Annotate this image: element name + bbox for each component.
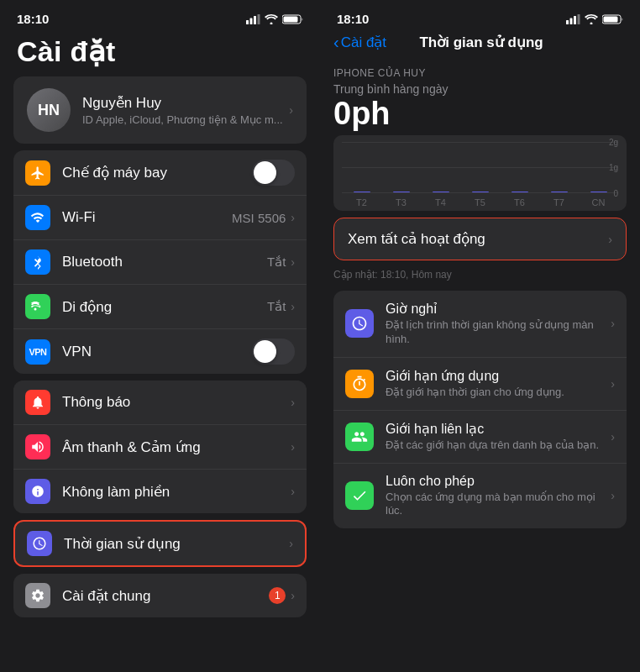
user-name: Nguyễn Huy — [82, 94, 283, 112]
downtime-chevron-icon: › — [611, 317, 615, 330]
airplane-label: Chế độ máy bay — [62, 164, 252, 181]
dnd-chevron-icon: › — [291, 485, 295, 498]
chart-label-2g: 2g — [609, 138, 618, 147]
chart-bar-thu — [472, 192, 489, 192]
general-chevron-icon: › — [291, 589, 295, 602]
chart-day-labels: T2 T3 T4 T5 T6 T7 CN — [342, 197, 618, 207]
always-allow-icon — [345, 481, 374, 510]
cellular-item[interactable]: Di động Tắt › — [13, 285, 307, 329]
general-settings-label: Cài đặt chung — [62, 587, 269, 605]
always-allow-text: Luôn cho phép Chọn các ứng dụng mà bạn m… — [386, 474, 611, 519]
always-allow-chevron-icon: › — [611, 489, 615, 502]
features-group: Giờ nghỉ Đặt lịch trình thời gian không … — [333, 291, 627, 528]
bluetooth-chevron-icon: › — [291, 255, 295, 269]
app-limit-item[interactable]: Giới hạn ứng dụng Đặt giới hạn thời gian… — [333, 358, 627, 411]
app-limit-chevron-icon: › — [611, 377, 615, 391]
bluetooth-item[interactable]: Bluetooth Tắt › — [13, 240, 307, 285]
view-all-chevron-icon: › — [608, 233, 612, 246]
sounds-item[interactable]: Âm thanh & Cảm ứng › — [13, 425, 307, 470]
sounds-chevron-icon: › — [291, 440, 295, 454]
app-limit-title: Giới hạn ứng dụng — [386, 368, 611, 384]
svg-rect-2 — [254, 16, 256, 24]
svg-rect-9 — [578, 14, 580, 24]
svg-rect-6 — [566, 20, 569, 24]
cellular-chevron-icon: › — [291, 300, 295, 313]
avatar: HN — [27, 88, 71, 132]
usage-chart: 2g 1g 0 T2 T3 T4 T5 T6 T7 CN — [333, 135, 627, 211]
svg-rect-11 — [604, 16, 618, 22]
left-panel: 18:10 Cài đặt HN — [0, 0, 320, 672]
downtime-subtitle: Đặt lịch trình thời gian không sử dụng m… — [386, 318, 611, 347]
contact-limit-item[interactable]: Giới hạn liên lạc Đặt các giới hạn dựa t… — [333, 411, 627, 464]
chart-bar-sun — [590, 192, 607, 192]
right-nav: ‹ Cài đặt Thời gian sử dụng — [320, 29, 640, 60]
back-button[interactable]: ‹ Cài đặt — [333, 33, 386, 52]
back-label: Cài đặt — [341, 34, 386, 51]
vpn-label: VPN — [62, 344, 252, 360]
downtime-title: Giờ nghỉ — [386, 301, 611, 317]
cellular-icon — [25, 294, 50, 319]
bluetooth-value: Tắt — [267, 255, 286, 270]
downtime-icon — [345, 309, 374, 338]
svg-rect-0 — [246, 20, 249, 24]
chart-day-cn: CN — [590, 197, 607, 207]
signal-icon — [246, 14, 260, 24]
chart-bars — [342, 150, 618, 192]
airplane-toggle[interactable] — [252, 160, 295, 186]
right-battery-icon — [602, 14, 623, 24]
wifi-value: MSI 5506 — [232, 211, 286, 225]
always-allow-item[interactable]: Luôn cho phép Chọn các ứng dụng mà bạn m… — [333, 464, 627, 529]
wifi-settings-icon — [25, 205, 50, 230]
iphone-section-label: IPHONE CỦA HUY — [320, 60, 640, 82]
contact-limit-title: Giới hạn liên lạc — [386, 421, 611, 437]
right-wifi-icon — [585, 14, 598, 24]
user-left: HN Nguyễn Huy ID Apple, iCloud, Phương t… — [27, 88, 283, 132]
wifi-label: Wi-Fi — [62, 209, 232, 226]
chart-bar-wed — [433, 192, 449, 192]
user-chevron-icon: › — [289, 103, 293, 117]
sounds-icon — [25, 434, 50, 459]
contact-limit-text: Giới hạn liên lạc Đặt các giới hạn dựa t… — [386, 421, 611, 453]
wifi-chevron-icon: › — [291, 211, 295, 224]
back-chevron-icon: ‹ — [333, 33, 339, 52]
dnd-icon — [25, 479, 50, 504]
cellular-label: Di động — [62, 298, 267, 316]
general-settings-item[interactable]: Cài đặt chung 1 › — [13, 574, 307, 617]
chart-day-t4: T4 — [433, 197, 449, 207]
bluetooth-label: Bluetooth — [62, 254, 267, 270]
contact-limit-icon — [345, 423, 374, 451]
wifi-icon — [265, 14, 278, 24]
right-page-title: Thời gian sử dụng — [419, 34, 543, 51]
always-allow-title: Luôn cho phép — [386, 474, 611, 489]
app-limit-subtitle: Đặt giới hạn thời gian cho ứng dụng. — [386, 386, 611, 400]
view-all-button[interactable]: Xem tất cả hoạt động › — [333, 218, 627, 260]
daily-avg-label: Trung bình hàng ngày — [320, 82, 640, 96]
wifi-item[interactable]: Wi-Fi MSI 5506 › — [13, 196, 307, 240]
sounds-label: Âm thanh & Cảm ứng — [62, 438, 291, 456]
vpn-item[interactable]: VPN VPN — [13, 329, 307, 374]
screentime-chevron-icon: › — [289, 537, 293, 550]
app-limit-icon — [345, 370, 374, 398]
vpn-toggle[interactable] — [252, 339, 295, 365]
bluetooth-icon — [25, 249, 50, 275]
general-badge: 1 — [269, 587, 286, 604]
right-panel: 18:10 ‹ Cài đặt Thời g — [320, 0, 640, 672]
downtime-item[interactable]: Giờ nghỉ Đặt lịch trình thời gian không … — [333, 291, 627, 358]
user-profile-section[interactable]: HN Nguyễn Huy ID Apple, iCloud, Phương t… — [13, 76, 307, 144]
chart-day-t6: T6 — [511, 197, 528, 207]
chart-day-t3: T3 — [393, 197, 410, 207]
vpn-toggle-thumb — [254, 340, 276, 363]
screentime-item[interactable]: Thời gian sử dụng › — [15, 522, 305, 565]
dnd-label: Không làm phiền — [62, 483, 291, 501]
dnd-item[interactable]: Không làm phiền › — [13, 470, 307, 513]
user-info: Nguyễn Huy ID Apple, iCloud, Phương tiện… — [82, 94, 283, 126]
left-status-bar: 18:10 — [0, 0, 320, 29]
left-title: Cài đặt — [17, 35, 116, 67]
airplane-mode-item[interactable]: Chế độ máy bay — [13, 150, 307, 196]
left-header: Cài đặt — [0, 29, 320, 76]
notifications-item[interactable]: Thông báo › — [13, 381, 307, 425]
screentime-icon — [27, 531, 52, 556]
notifications-label: Thông báo — [62, 394, 291, 411]
app-limit-text: Giới hạn ứng dụng Đặt giới hạn thời gian… — [386, 368, 611, 400]
right-status-icons — [566, 14, 623, 24]
